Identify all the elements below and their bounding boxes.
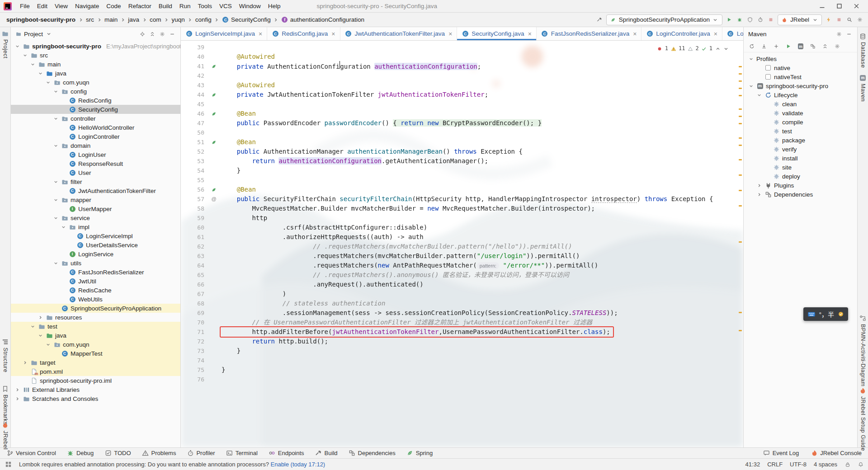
- project-tree-item-config[interactable]: config: [11, 87, 180, 96]
- line-number[interactable]: 53: [181, 156, 206, 166]
- project-tree-item-domain[interactable]: domain: [11, 141, 180, 150]
- menu-file[interactable]: File: [16, 1, 33, 11]
- hide-panel-button[interactable]: [169, 30, 176, 38]
- chevron-down-icon[interactable]: [53, 259, 59, 267]
- toolwindow-button-bookmarks[interactable]: Bookmarks: [0, 385, 10, 425]
- project-tree-item-securityconfig[interactable]: CSecurityConfig: [11, 105, 180, 114]
- toolwindow-button-project[interactable]: Project: [0, 30, 10, 58]
- line-number[interactable]: 45: [181, 99, 206, 109]
- maven-hide-button[interactable]: [845, 30, 853, 38]
- chevron-down-icon[interactable]: [748, 82, 754, 89]
- toolwindow-button-build[interactable]: Build: [315, 450, 338, 457]
- breadcrumb-item[interactable]: config: [193, 15, 213, 24]
- code-line[interactable]: 56 @Bean: [181, 185, 743, 194]
- project-tree-item-redisconfig[interactable]: CRedisConfig: [11, 96, 180, 105]
- chevron-right-icon[interactable]: [14, 395, 20, 402]
- line-number[interactable]: 51: [181, 137, 206, 147]
- settings-icon[interactable]: [856, 16, 863, 24]
- gutter[interactable]: [206, 63, 222, 70]
- gutter[interactable]: [206, 91, 222, 99]
- toolwindow-button-database[interactable]: Database: [858, 33, 868, 68]
- chevron-down-icon[interactable]: [61, 223, 66, 230]
- toolwindow-button-jrebel-setup-guide[interactable]: JRebel Setup Guide: [858, 387, 868, 451]
- line-number[interactable]: 75: [181, 365, 206, 375]
- editor-tab-fastjsonredisserializer-java[interactable]: CFastJsonRedisSerializer.java×: [537, 27, 642, 40]
- chevron-down-icon[interactable]: [38, 70, 43, 77]
- project-tree-item-resources[interactable]: resources: [11, 313, 180, 322]
- chevron-right-icon[interactable]: [22, 359, 28, 366]
- line-number[interactable]: 61: [181, 232, 206, 242]
- indent-widget[interactable]: 4 spaces: [814, 461, 837, 468]
- code-line[interactable]: 57@ public SecurityFilterChain securityF…: [181, 194, 743, 204]
- project-tree-item-main[interactable]: main: [11, 60, 180, 69]
- line-number[interactable]: 42: [181, 71, 206, 80]
- editor-tab-loginserviceimpl-java[interactable]: CLoginServiceImpl.java×: [181, 27, 267, 40]
- project-tree-item-responseresult[interactable]: CResponseResult: [11, 159, 180, 168]
- chevron-right-icon[interactable]: [38, 314, 43, 321]
- project-tree-item-utils[interactable]: utils: [11, 258, 180, 268]
- code-line[interactable]: 53 return authenticationConfiguration.ge…: [181, 156, 743, 166]
- code-line[interactable]: 45: [181, 99, 743, 109]
- maven-tree-item-test[interactable]: test: [744, 127, 857, 136]
- code-line[interactable]: 65 // .requestMatchers().anonymous() 匿名验…: [181, 270, 743, 280]
- maven-show-dependencies-button[interactable]: [809, 43, 816, 50]
- chevron-down-icon[interactable]: [53, 115, 59, 122]
- code-line[interactable]: 54 }: [181, 166, 743, 175]
- toolwindow-button-dependencies[interactable]: Dependencies: [349, 450, 396, 457]
- line-number[interactable]: 73: [181, 346, 206, 356]
- next-problem-icon[interactable]: [723, 46, 729, 52]
- project-tree-item-jwtutil[interactable]: CJwtUtil: [11, 277, 180, 286]
- toolwindow-button-jrebel-console[interactable]: JRebel Console: [811, 450, 862, 457]
- code-line[interactable]: 41 private AuthenticationConfiguration a…: [181, 61, 743, 71]
- code-line[interactable]: 47 public PasswordEncoder passwordEncode…: [181, 118, 743, 128]
- line-number[interactable]: 65: [181, 270, 206, 280]
- toolwindow-switcher-icon[interactable]: [5, 461, 12, 468]
- chevron-down-icon[interactable]: [53, 142, 59, 149]
- code-line[interactable]: 72 return http.build();: [181, 337, 743, 346]
- breadcrumb-item[interactable]: src: [84, 15, 96, 24]
- tab-close-icon[interactable]: ×: [331, 30, 335, 38]
- line-number[interactable]: 74: [181, 356, 206, 365]
- toolwindow-button-version-control[interactable]: Version Control: [6, 450, 56, 457]
- chevron-down-icon[interactable]: [53, 214, 59, 221]
- line-number[interactable]: 64: [181, 261, 206, 270]
- code-line[interactable]: 73 }: [181, 346, 743, 356]
- chevron-down-icon[interactable]: [38, 332, 43, 339]
- menu-vcs[interactable]: VCS: [216, 1, 236, 11]
- code-line[interactable]: 70 // 在 UsernamePasswordAuthenticationFi…: [181, 318, 743, 327]
- project-tree-item-user[interactable]: CUser: [11, 168, 180, 177]
- project-tree-item-service[interactable]: service: [11, 213, 180, 222]
- project-tree-item-userdetailsservice[interactable]: CUserDetailsService: [11, 240, 180, 249]
- project-tree-item-loginuser[interactable]: CLoginUser: [11, 150, 180, 159]
- maven-tree-item-springboot-security-pro[interactable]: mspringboot-security-pro: [744, 81, 857, 90]
- project-tree-item-impl[interactable]: impl: [11, 222, 180, 231]
- menu-help[interactable]: Help: [264, 1, 284, 11]
- project-tree-item-springbootsecurityproapplication[interactable]: CSpringbootSecurityProApplication: [11, 304, 180, 313]
- gutter[interactable]: [206, 186, 222, 193]
- readonly-lock-icon[interactable]: [844, 461, 850, 467]
- toolwindow-button-bpmn-activiti-diagram[interactable]: BPMN-Activiti-Diagram: [858, 315, 868, 386]
- project-tree-item-usermapper[interactable]: IUserMapper: [11, 204, 180, 213]
- maven-tree-item-site[interactable]: site: [744, 163, 857, 172]
- line-number[interactable]: 60: [181, 223, 206, 232]
- code-line[interactable]: 76: [181, 375, 743, 384]
- toolwindow-button-jrebel[interactable]: JRebel: [0, 421, 10, 450]
- code-line[interactable]: 43 @Autowired: [181, 80, 743, 90]
- toolwindow-button-endpoints[interactable]: Endpoints: [269, 450, 304, 457]
- minimize-button[interactable]: [814, 1, 830, 12]
- line-number[interactable]: 66: [181, 280, 206, 289]
- notifications-icon[interactable]: [858, 461, 863, 467]
- breadcrumb-item[interactable]: CSecurityConfig: [220, 15, 273, 24]
- project-tree-item-java[interactable]: java: [11, 331, 180, 340]
- project-tree-item-logincontroller[interactable]: CLoginController: [11, 132, 180, 141]
- line-number[interactable]: 43: [181, 80, 206, 90]
- project-tree-item-filter[interactable]: filter: [11, 177, 180, 186]
- breadcrumb-item[interactable]: main: [103, 15, 119, 24]
- editor-tab-logincontroller-java[interactable]: CLoginController.java×: [642, 27, 722, 40]
- maven-tree-item-package[interactable]: package: [744, 136, 857, 145]
- toolwindow-button-profiler[interactable]: Profiler: [187, 450, 215, 457]
- line-number[interactable]: 58: [181, 204, 206, 213]
- code-line[interactable]: 67 ): [181, 289, 743, 299]
- chevron-down-icon[interactable]: [45, 341, 51, 348]
- project-tree-item-loginserviceimpl[interactable]: CLoginServiceImpl: [11, 231, 180, 240]
